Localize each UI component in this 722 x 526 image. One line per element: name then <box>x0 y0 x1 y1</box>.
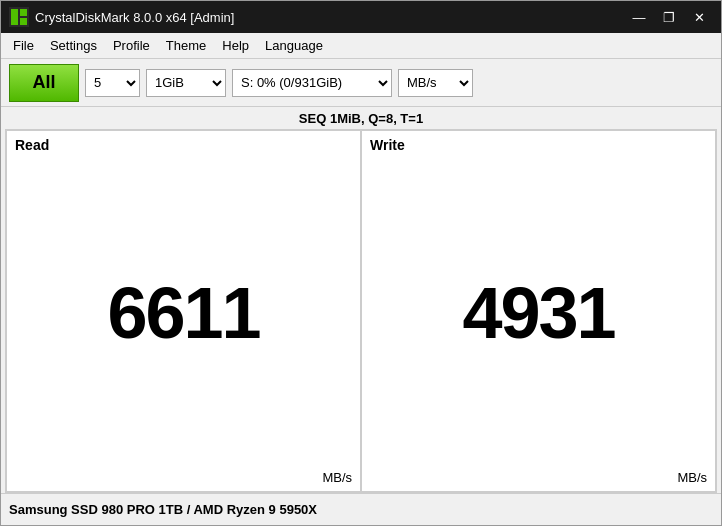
menu-language[interactable]: Language <box>257 35 331 57</box>
svg-rect-1 <box>11 9 18 25</box>
menu-profile[interactable]: Profile <box>105 35 158 57</box>
svg-rect-2 <box>20 9 27 16</box>
read-unit: MB/s <box>7 466 360 491</box>
title-bar: CrystalDiskMark 8.0.0 x64 [Admin] — ❐ ✕ <box>1 1 721 33</box>
svg-rect-3 <box>20 18 27 25</box>
unit-select[interactable]: MB/s GB/s IOPS μs <box>398 69 473 97</box>
results-area: Read 6611 MB/s Write 4931 MB/s <box>5 129 717 493</box>
menu-settings[interactable]: Settings <box>42 35 105 57</box>
read-label: Read <box>7 131 360 159</box>
write-unit: MB/s <box>362 466 715 491</box>
menu-bar: File Settings Profile Theme Help Languag… <box>1 33 721 59</box>
write-panel: Write 4931 MB/s <box>361 130 716 492</box>
app-icon <box>9 7 29 27</box>
write-label: Write <box>362 131 715 159</box>
close-button[interactable]: ✕ <box>685 7 713 27</box>
read-panel: Read 6611 MB/s <box>6 130 361 492</box>
all-button[interactable]: All <box>9 64 79 102</box>
read-value: 6611 <box>7 159 360 466</box>
toolbar: All 5 1 3 9 1GiB 512MiB 256MiB 4GiB S: 0… <box>1 59 721 107</box>
test-subtitle: SEQ 1MiB, Q=8, T=1 <box>1 107 721 129</box>
menu-help[interactable]: Help <box>214 35 257 57</box>
size-select[interactable]: 1GiB 512MiB 256MiB 4GiB <box>146 69 226 97</box>
count-select[interactable]: 5 1 3 9 <box>85 69 140 97</box>
restore-button[interactable]: ❐ <box>655 7 683 27</box>
write-value: 4931 <box>362 159 715 466</box>
status-bar: Samsung SSD 980 PRO 1TB / AMD Ryzen 9 59… <box>1 493 721 525</box>
menu-file[interactable]: File <box>5 35 42 57</box>
window-title: CrystalDiskMark 8.0.0 x64 [Admin] <box>35 10 625 25</box>
status-text: Samsung SSD 980 PRO 1TB / AMD Ryzen 9 59… <box>9 502 317 517</box>
minimize-button[interactable]: — <box>625 7 653 27</box>
app-window: CrystalDiskMark 8.0.0 x64 [Admin] — ❐ ✕ … <box>0 0 722 526</box>
drive-select[interactable]: S: 0% (0/931GiB) <box>232 69 392 97</box>
menu-theme[interactable]: Theme <box>158 35 214 57</box>
window-controls: — ❐ ✕ <box>625 7 713 27</box>
